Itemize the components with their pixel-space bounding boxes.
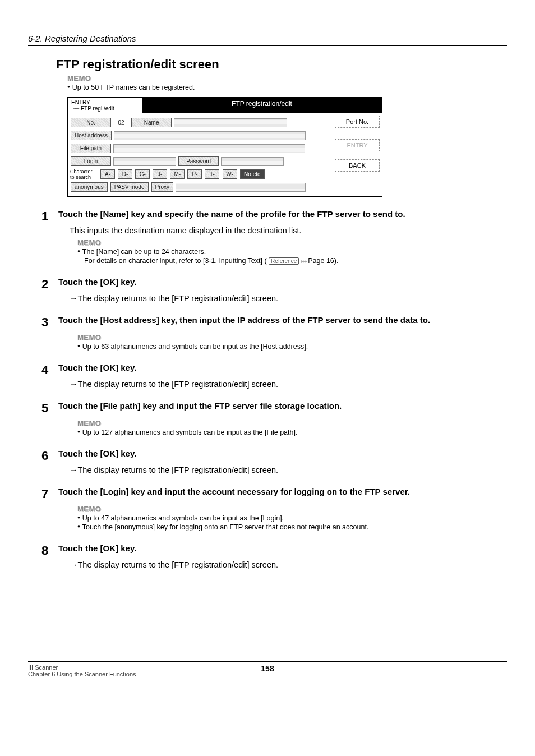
password-key[interactable]: Password — [178, 156, 219, 166]
memo-name-length: The [Name] can be up to 24 characters. — [77, 248, 507, 256]
char-m-key[interactable]: M- — [170, 169, 185, 179]
step-2-body: The display returns to the [FTP registra… — [70, 294, 507, 303]
step-5: 5 Touch the [File path] key and input th… — [41, 401, 507, 436]
step-2: 2 Touch the [OK] key. The display return… — [41, 277, 507, 303]
name-key[interactable]: Name — [131, 118, 172, 127]
page-number: 158 — [261, 664, 274, 673]
page-footer: III Scanner Chapter 6 Using the Scanner … — [28, 661, 507, 677]
step-number: 5 — [41, 401, 56, 416]
step-number: 3 — [41, 315, 56, 330]
char-d-key[interactable]: D- — [118, 169, 132, 179]
file-path-field[interactable] — [113, 144, 305, 153]
step-number: 2 — [41, 277, 56, 292]
ftp-screenshot: ENTRY └─ FTP regi./edit FTP registration… — [67, 97, 382, 197]
memo-host-length: Up to 63 alphanumerics and symbols can b… — [77, 343, 507, 351]
step-number: 8 — [41, 543, 56, 558]
anonymous-key[interactable]: anonymous — [71, 182, 108, 192]
step-8-body: The display returns to the [FTP registra… — [70, 560, 507, 569]
char-p-key[interactable]: P- — [187, 169, 202, 179]
no-value: 02 — [114, 118, 128, 127]
memo-label: MEMO — [77, 419, 507, 427]
step-6-title: Touch the [OK] key. — [58, 449, 136, 458]
memo-reference-line: For details on character input, refer to… — [84, 257, 507, 265]
step-6: 6 Touch the [OK] key. The display return… — [41, 449, 507, 474]
page-title: FTP registration/edit screen — [56, 57, 507, 72]
memo-label: MEMO — [77, 505, 507, 513]
memo-label: MEMO — [77, 238, 507, 247]
step-7: 7 Touch the [Login] key and input the ac… — [41, 487, 507, 531]
back-button[interactable]: BACK — [335, 159, 380, 172]
memo-label: MEMO — [77, 333, 507, 342]
step-6-body: The display returns to the [FTP registra… — [70, 465, 507, 474]
step-number: 7 — [41, 487, 56, 501]
section-header: 6-2. Registering Destinations — [28, 34, 507, 46]
sc-breadcrumb-text: └─ FTP regi./edit — [71, 105, 139, 112]
step-4-body: The display returns to the [FTP registra… — [70, 380, 507, 389]
memo-anonymous: Touch the [anonymous] key for logging on… — [77, 523, 507, 531]
arrow-icon: ▸▸▸ — [301, 258, 306, 264]
host-address-field[interactable] — [114, 131, 306, 140]
no-key[interactable]: No. — [71, 118, 111, 127]
port-no-key[interactable]: Port No. — [335, 116, 380, 128]
step-number: 4 — [41, 363, 56, 377]
proxy-key[interactable]: Proxy — [151, 182, 174, 192]
char-g-key[interactable]: G- — [135, 169, 150, 179]
name-field[interactable] — [174, 118, 287, 127]
char-search-label: Character to search — [70, 169, 98, 180]
step-4-title: Touch the [OK] key. — [58, 363, 136, 372]
pasv-mode-key[interactable]: PASV mode — [110, 182, 149, 192]
step-1-title: Touch the [Name] key and specify the nam… — [58, 209, 405, 219]
login-key[interactable]: Login — [71, 156, 111, 166]
step-8: 8 Touch the [OK] key. The display return… — [41, 543, 507, 569]
step-3-title: Touch the [Host address] key, then input… — [58, 315, 430, 325]
step-8-title: Touch the [OK] key. — [58, 543, 136, 553]
intro-memo-block: MEMO Up to 50 FTP names can be registere… — [67, 74, 507, 91]
sc-title: FTP registration/edit — [142, 98, 382, 113]
memo-filepath-length: Up to 127 alphanumerics and symbols can … — [77, 428, 507, 436]
reference-link[interactable]: Reference — [269, 257, 299, 265]
sc-entry-label: ENTRY — [71, 99, 139, 105]
step-4: 4 Touch the [OK] key. The display return… — [41, 363, 507, 389]
step-number: 1 — [41, 209, 56, 224]
step-1-body: This inputs the destination name display… — [70, 226, 507, 235]
login-field[interactable] — [113, 157, 176, 166]
step-number: 6 — [41, 449, 56, 463]
step-5-title: Touch the [File path] key and input the … — [58, 401, 342, 411]
char-t-key[interactable]: T- — [205, 169, 219, 179]
memo-label: MEMO — [67, 74, 507, 82]
memo-login-length: Up to 47 alphanumerics and symbols can b… — [77, 514, 507, 522]
step-2-title: Touch the [OK] key. — [58, 277, 136, 287]
char-j-key[interactable]: J- — [153, 169, 167, 179]
host-address-key[interactable]: Host address — [71, 131, 112, 140]
memo-ref-post: Page 16). — [308, 257, 338, 265]
step-3: 3 Touch the [Host address] key, then inp… — [41, 315, 507, 351]
step-7-title: Touch the [Login] key and input the acco… — [58, 487, 410, 496]
password-field[interactable] — [221, 157, 284, 166]
memo-item: Up to 50 FTP names can be registered. — [67, 84, 507, 91]
step-1: 1 Touch the [Name] key and specify the n… — [41, 209, 507, 265]
char-a-key[interactable]: A- — [100, 169, 115, 179]
entry-button[interactable]: ENTRY — [335, 139, 380, 151]
sc-breadcrumb: ENTRY └─ FTP regi./edit — [68, 98, 142, 113]
no-etc-key[interactable]: No.etc — [240, 169, 265, 179]
memo-ref-pre: For details on character input, refer to… — [84, 257, 269, 265]
bottom-field — [176, 183, 306, 192]
file-path-key[interactable]: File path — [71, 144, 111, 153]
char-w-key[interactable]: W- — [223, 169, 237, 179]
